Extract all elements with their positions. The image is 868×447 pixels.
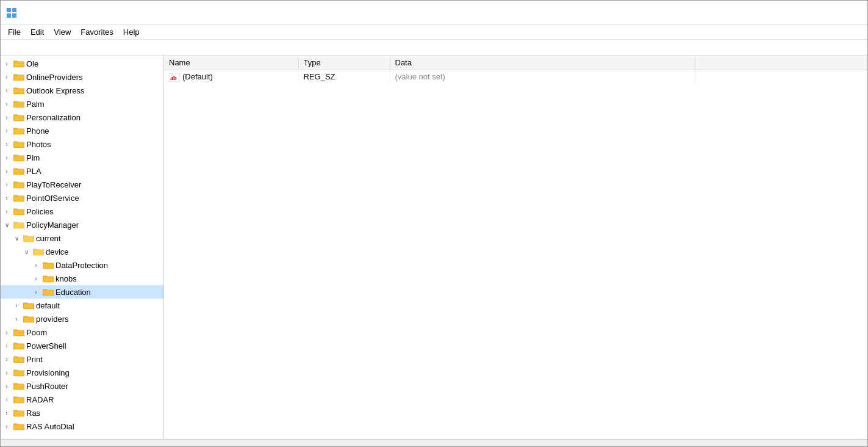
- expand-arrow[interactable]: ›: [31, 274, 41, 283]
- tree-item-label: PlayToReceiver: [26, 180, 81, 189]
- expand-arrow[interactable]: ›: [2, 381, 12, 391]
- expand-arrow[interactable]: ›: [2, 193, 12, 203]
- expand-arrow[interactable]: ›: [2, 354, 12, 364]
- svg-rect-81: [14, 398, 24, 402]
- expand-arrow[interactable]: ›: [12, 314, 21, 324]
- menu-item-file[interactable]: File: [3, 26, 26, 38]
- expand-arrow[interactable]: ›: [2, 126, 12, 136]
- tree-item-photos[interactable]: › Photos: [1, 137, 163, 151]
- minimize-button[interactable]: [778, 3, 806, 23]
- tree-item-default[interactable]: › default: [1, 299, 163, 312]
- folder-icon: [43, 287, 54, 297]
- folder-icon: [23, 233, 34, 243]
- expand-arrow[interactable]: ∨: [12, 233, 21, 243]
- tree-item-radar[interactable]: › RADAR: [1, 393, 163, 406]
- expand-arrow[interactable]: ›: [31, 287, 41, 297]
- expand-arrow[interactable]: ›: [2, 408, 12, 418]
- tree-item-powershell[interactable]: › PowerShell: [1, 339, 163, 352]
- detail-row[interactable]: ab (Default)REG_SZ(value not set): [164, 70, 867, 84]
- menu-item-view[interactable]: View: [49, 26, 76, 38]
- col-header-data[interactable]: Data: [390, 56, 695, 70]
- tree-item-dataprotection[interactable]: › DataProtection: [1, 258, 163, 272]
- tree-pane[interactable]: › Ole› OnlineProviders› Outlook Express›…: [1, 56, 164, 439]
- tree-item-label: Ole: [26, 59, 38, 68]
- svg-rect-6: [14, 62, 24, 67]
- menu-item-edit[interactable]: Edit: [26, 26, 49, 38]
- expand-arrow[interactable]: ›: [2, 394, 12, 404]
- tree-item-onlineproviders[interactable]: › OnlineProviders: [1, 70, 163, 84]
- tree-item-phone[interactable]: › Phone: [1, 124, 163, 137]
- tree-item-provisioning[interactable]: › Provisioning: [1, 366, 163, 379]
- svg-rect-51: [43, 263, 53, 268]
- svg-rect-75: [14, 371, 24, 376]
- folder-icon: [23, 314, 34, 324]
- close-button[interactable]: [834, 3, 863, 23]
- tree-item-pim[interactable]: › Pim: [1, 151, 163, 164]
- expand-arrow[interactable]: ›: [2, 206, 12, 216]
- tree-item-label: OnlineProviders: [26, 73, 83, 82]
- expand-arrow[interactable]: ›: [2, 112, 12, 122]
- tree-item-playtoreceiver[interactable]: › PlayToReceiver: [1, 178, 163, 191]
- expand-arrow[interactable]: ›: [12, 300, 21, 310]
- expand-arrow[interactable]: ›: [2, 72, 12, 82]
- tree-item-device[interactable]: ∨ device: [1, 245, 163, 258]
- svg-rect-33: [14, 183, 24, 187]
- tree-item-providers[interactable]: › providers: [1, 312, 163, 325]
- tree-item-ole[interactable]: › Ole: [1, 57, 163, 70]
- menu-item-favorites[interactable]: Favorites: [76, 26, 118, 38]
- svg-rect-66: [14, 330, 24, 335]
- tree-item-pointofservice[interactable]: › PointOfService: [1, 191, 163, 205]
- svg-rect-2: [7, 13, 11, 18]
- expand-arrow[interactable]: ∨: [2, 220, 12, 230]
- tree-item-label: Photos: [26, 140, 51, 149]
- tree-item-label: Pim: [26, 153, 40, 162]
- tree-item-personalization[interactable]: › Personalization: [1, 111, 163, 124]
- tree-item-label: Outlook Express: [26, 86, 84, 95]
- expand-arrow[interactable]: ›: [2, 166, 12, 176]
- col-header-name[interactable]: Name: [164, 56, 298, 70]
- expand-arrow[interactable]: ›: [2, 85, 12, 95]
- maximize-button[interactable]: [806, 3, 834, 23]
- svg-rect-27: [14, 156, 24, 161]
- tree-item-policies[interactable]: › Policies: [1, 205, 163, 218]
- tree-item-knobs[interactable]: › knobs: [1, 272, 163, 285]
- tree-item-poom[interactable]: › Poom: [1, 325, 163, 339]
- menu-item-help[interactable]: Help: [118, 26, 145, 38]
- tree-item-rasautodial[interactable]: › RAS AutoDial: [1, 420, 163, 433]
- expand-arrow[interactable]: ›: [2, 341, 12, 351]
- expand-arrow[interactable]: ›: [2, 327, 12, 337]
- registry-editor-window: FileEditViewFavoritesHelp › Ole› OnlineP…: [0, 0, 868, 447]
- expand-arrow[interactable]: ›: [2, 180, 12, 189]
- expand-arrow[interactable]: ›: [2, 59, 12, 68]
- expand-arrow[interactable]: ›: [2, 139, 12, 149]
- detail-name-text: (Default): [182, 72, 213, 81]
- expand-arrow[interactable]: ›: [2, 421, 12, 431]
- svg-rect-9: [14, 75, 24, 80]
- main-area: › Ole› OnlineProviders› Outlook Express›…: [1, 56, 867, 439]
- horizontal-scrollbar[interactable]: [1, 439, 867, 446]
- tree-item-label: PointOfService: [26, 194, 79, 203]
- svg-rect-0: [7, 8, 11, 12]
- tree-item-label: Personalization: [26, 113, 81, 122]
- col-header-type[interactable]: Type: [298, 56, 390, 70]
- svg-rect-18: [14, 115, 24, 120]
- tree-item-education[interactable]: › Education: [1, 285, 163, 299]
- tree-item-pushrouter[interactable]: › PushRouter: [1, 379, 163, 393]
- tree-item-outlookexpress[interactable]: › Outlook Express: [1, 84, 163, 97]
- expand-arrow[interactable]: ›: [31, 260, 41, 270]
- tree-item-palm[interactable]: › Palm: [1, 97, 163, 111]
- folder-icon: [13, 99, 24, 109]
- expand-arrow[interactable]: ›: [2, 153, 12, 162]
- tree-item-print[interactable]: › Print: [1, 352, 163, 366]
- tree-item-current[interactable]: ∨ current: [1, 231, 163, 245]
- tree-item-ras[interactable]: › Ras: [1, 406, 163, 420]
- svg-rect-54: [43, 277, 53, 282]
- expand-arrow[interactable]: ∨: [21, 247, 31, 256]
- tree-item-label: Ras: [26, 409, 40, 418]
- expand-arrow[interactable]: ›: [2, 368, 12, 377]
- expand-arrow[interactable]: ›: [2, 99, 12, 109]
- tree-item-label: PushRouter: [26, 382, 68, 391]
- tree-item-policymanager[interactable]: ∨ PolicyManager: [1, 218, 163, 231]
- tree-item-pla[interactable]: › PLA: [1, 164, 163, 178]
- folder-icon: [13, 180, 24, 189]
